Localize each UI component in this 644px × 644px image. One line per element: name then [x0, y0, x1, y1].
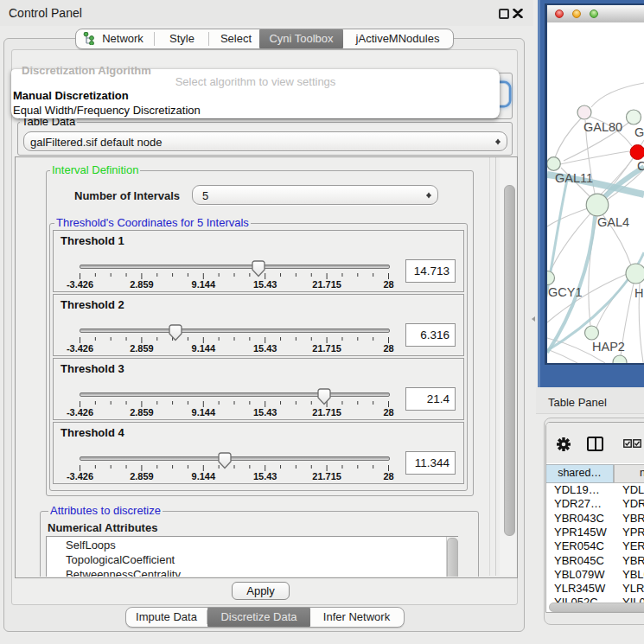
svg-text:GAL4: GAL4 — [597, 215, 629, 229]
svg-text:G.: G. — [634, 125, 644, 139]
svg-text:GCY1: GCY1 — [548, 285, 583, 299]
svg-text:C: C — [637, 159, 644, 173]
svg-text:GAL80: GAL80 — [583, 120, 622, 134]
svg-text:H: H — [634, 286, 643, 300]
svg-text:HAP2: HAP2 — [592, 340, 625, 354]
svg-text:GAL11: GAL11 — [555, 171, 593, 185]
